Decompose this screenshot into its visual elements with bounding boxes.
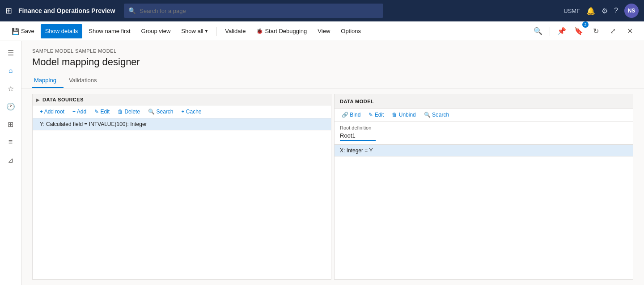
show-name-button[interactable]: Show name first — [84, 24, 135, 38]
save-icon: 💾 — [12, 28, 19, 35]
content-area: SAMPLE MODEL SAMPLE MODEL Model mapping … — [21, 41, 644, 285]
options-label: Options — [341, 28, 361, 34]
show-all-button[interactable]: Show all ▼ — [177, 24, 213, 38]
unbind-button[interactable]: 🗑 Unbind — [388, 110, 419, 119]
validate-label: Validate — [225, 28, 246, 34]
sidebar-item-list[interactable]: ≡ — [3, 134, 19, 150]
data-model-panel: DATA MODEL 🔗 Bind ✎ Edit 🗑 Unbind 🔍 Sear… — [334, 94, 633, 280]
bind-button[interactable]: 🔗 Bind — [338, 110, 364, 119]
search-ds-button[interactable]: 🔍 Search — [144, 107, 177, 116]
save-button[interactable]: 💾 Save — [7, 24, 39, 38]
search-ds-label: 🔍 Search — [148, 109, 173, 115]
debug-icon: 🐞 — [256, 28, 263, 34]
data-sources-header: ▶ DATA SOURCES — [33, 94, 331, 105]
data-sources-title: DATA SOURCES — [42, 97, 84, 102]
validate-button[interactable]: Validate — [220, 24, 250, 38]
page-header: SAMPLE MODEL SAMPLE MODEL Model mapping … — [21, 41, 644, 73]
data-sources-toolbar: + Add root + Add ✎ Edit 🗑 Delete 🔍 Searc… — [33, 105, 331, 118]
bookmark-icon-button[interactable]: 🔖 2 — [572, 24, 586, 38]
designer-area: ▶ DATA SOURCES + Add root + Add ✎ Edit 🗑… — [21, 88, 644, 285]
tab-validations[interactable]: Validations — [67, 73, 104, 88]
show-all-label: Show all — [181, 28, 203, 34]
tab-bar: Mapping Validations — [21, 73, 644, 88]
data-model-item[interactable]: X: Integer = Y — [335, 145, 633, 157]
sidebar: ☰ ⌂ ☆ 🕐 ⊞ ≡ ⊿ — [0, 41, 21, 285]
user-label: USMF — [564, 8, 580, 14]
close-icon-button[interactable]: ✕ — [623, 24, 637, 38]
search-bar[interactable]: 🔍 — [124, 4, 383, 18]
root-definition-value[interactable]: Root1 — [340, 132, 376, 141]
pin-icon-button[interactable]: 📌 — [555, 24, 569, 38]
separator-1 — [216, 27, 217, 36]
cmd-right-icons: 🔍 📌 🔖 2 ↻ ⤢ ✕ — [531, 24, 637, 38]
show-name-label: Show name first — [89, 28, 130, 34]
top-nav-bar: ⊞ Finance and Operations Preview 🔍 USMF … — [0, 0, 644, 21]
sidebar-item-workspaces[interactable]: ⊞ — [3, 116, 19, 132]
breadcrumb: SAMPLE MODEL SAMPLE MODEL — [32, 48, 633, 54]
search-nav-icon: 🔍 — [128, 7, 136, 14]
divider-bar — [333, 88, 333, 285]
data-sources-panel: ▶ DATA SOURCES + Add root + Add ✎ Edit 🗑… — [32, 94, 331, 280]
delete-button[interactable]: 🗑 Delete — [114, 107, 144, 116]
data-model-toolbar: 🔗 Bind ✎ Edit 🗑 Unbind 🔍 Search — [335, 109, 633, 122]
root-definition-section: Root definition Root1 — [335, 122, 633, 145]
start-debugging-label: Start Debugging — [265, 28, 307, 34]
chevron-down-icon: ▼ — [204, 29, 208, 34]
command-bar: 💾 Save Show details Show name first Grou… — [0, 21, 644, 41]
gear-icon[interactable]: ⚙ — [602, 7, 608, 15]
separator-2 — [550, 27, 550, 36]
add-root-label: + Add root — [40, 109, 64, 115]
cache-label: + Cache — [181, 109, 201, 115]
data-sources-list: Y: Calculated field = INTVALUE(100): Int… — [33, 118, 331, 279]
bind-label: 🔗 Bind — [342, 112, 360, 118]
group-view-button[interactable]: Group view — [137, 24, 175, 38]
group-view-label: Group view — [141, 28, 171, 34]
edit-dm-label: ✎ Edit — [369, 112, 384, 118]
refresh-icon-button[interactable]: ↻ — [589, 24, 603, 38]
options-button[interactable]: Options — [336, 24, 365, 38]
unbind-label: 🗑 Unbind — [392, 112, 415, 118]
delete-label: 🗑 Delete — [118, 109, 140, 115]
data-model-header: DATA MODEL — [335, 94, 633, 109]
search-command-button[interactable]: 🔍 — [531, 24, 545, 38]
tab-mapping[interactable]: Mapping — [32, 73, 64, 88]
cache-button[interactable]: + Cache — [178, 107, 205, 116]
search-input[interactable] — [140, 8, 379, 14]
grid-icon[interactable]: ⊞ — [5, 6, 12, 16]
edit-ds-label: ✎ Edit — [94, 109, 110, 115]
edit-ds-button[interactable]: ✎ Edit — [91, 107, 113, 116]
view-label: View — [318, 28, 330, 34]
show-details-button[interactable]: Show details — [41, 24, 83, 38]
sidebar-item-filter[interactable]: ⊿ — [3, 152, 19, 168]
sidebar-item-home[interactable]: ⌂ — [3, 63, 19, 79]
add-label: + Add — [72, 109, 86, 115]
app-title: Finance and Operations Preview — [18, 7, 115, 14]
edit-dm-button[interactable]: ✎ Edit — [365, 110, 387, 119]
main-layout: ☰ ⌂ ☆ 🕐 ⊞ ≡ ⊿ SAMPLE MODEL SAMPLE MODEL … — [0, 41, 644, 285]
panel-expand-icon[interactable]: ▶ — [36, 97, 40, 102]
expand-icon-button[interactable]: ⤢ — [606, 24, 620, 38]
root-definition-label: Root definition — [340, 125, 627, 130]
data-model-list: X: Integer = Y — [335, 145, 633, 279]
sidebar-item-favorites[interactable]: ☆ — [3, 80, 19, 96]
save-label: Save — [21, 28, 34, 34]
data-source-item[interactable]: Y: Calculated field = INTVALUE(100): Int… — [33, 118, 331, 130]
data-model-title: DATA MODEL — [340, 99, 374, 104]
add-root-button[interactable]: + Add root — [36, 107, 68, 116]
show-details-label: Show details — [45, 28, 78, 34]
start-debugging-button[interactable]: 🐞 Start Debugging — [252, 24, 311, 38]
sidebar-item-nav[interactable]: ☰ — [3, 45, 19, 61]
page-title: Model mapping designer — [32, 56, 633, 68]
top-nav-right: USMF 🔔 ⚙ ? NS — [564, 4, 639, 18]
search-dm-button[interactable]: 🔍 Search — [420, 110, 453, 119]
notification-badge: 2 — [582, 21, 589, 28]
search-dm-label: 🔍 Search — [424, 112, 449, 118]
sidebar-item-recent[interactable]: 🕐 — [3, 98, 19, 114]
help-icon[interactable]: ? — [614, 7, 618, 15]
add-button[interactable]: + Add — [69, 107, 90, 116]
bell-icon[interactable]: 🔔 — [586, 7, 595, 15]
view-button[interactable]: View — [313, 24, 335, 38]
avatar[interactable]: NS — [624, 4, 639, 18]
